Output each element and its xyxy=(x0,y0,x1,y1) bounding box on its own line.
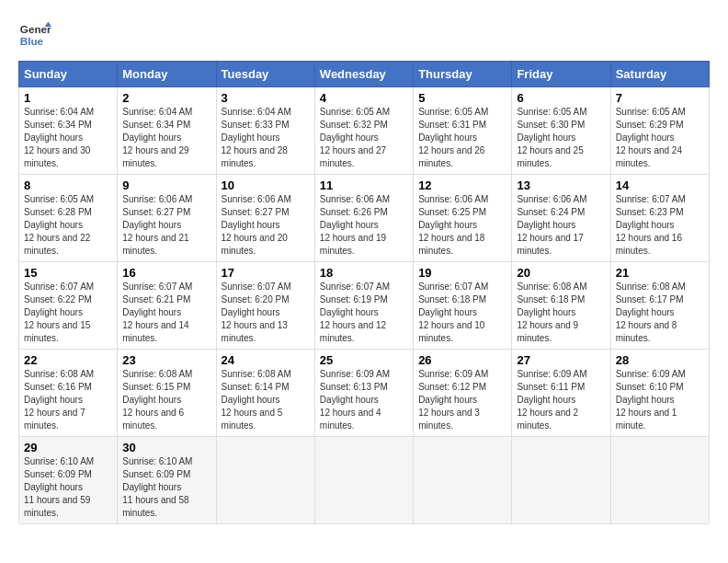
day-info: Sunrise: 6:05 AM Sunset: 6:32 PM Dayligh… xyxy=(320,106,408,170)
day-info: Sunrise: 6:08 AM Sunset: 6:18 PM Dayligh… xyxy=(517,281,605,345)
logo-icon: General Blue xyxy=(18,18,51,52)
calendar-cell: 29 Sunrise: 6:10 AM Sunset: 6:09 PM Dayl… xyxy=(19,437,118,524)
calendar-cell: 15 Sunrise: 6:07 AM Sunset: 6:22 PM Dayl… xyxy=(19,262,118,350)
day-number: 12 xyxy=(418,178,506,192)
calendar-cell: 23 Sunrise: 6:08 AM Sunset: 6:15 PM Dayl… xyxy=(118,350,216,437)
weekday-header-wednesday: Wednesday xyxy=(314,62,413,87)
calendar-cell: 28 Sunrise: 6:09 AM Sunset: 6:10 PM Dayl… xyxy=(610,350,709,437)
day-number: 17 xyxy=(222,266,310,280)
day-number: 16 xyxy=(122,266,210,280)
weekday-header-friday: Friday xyxy=(512,62,610,87)
day-info: Sunrise: 6:08 AM Sunset: 6:16 PM Dayligh… xyxy=(24,368,112,432)
day-number: 1 xyxy=(24,91,112,105)
day-info: Sunrise: 6:08 AM Sunset: 6:15 PM Dayligh… xyxy=(122,368,210,432)
calendar-cell xyxy=(216,437,314,524)
day-number: 26 xyxy=(418,353,506,367)
day-number: 7 xyxy=(616,91,704,105)
week-row-5: 29 Sunrise: 6:10 AM Sunset: 6:09 PM Dayl… xyxy=(19,437,710,524)
weekday-header-saturday: Saturday xyxy=(610,62,709,87)
day-info: Sunrise: 6:06 AM Sunset: 6:25 PM Dayligh… xyxy=(418,193,506,258)
calendar-cell: 14 Sunrise: 6:07 AM Sunset: 6:23 PM Dayl… xyxy=(610,175,709,262)
week-row-4: 22 Sunrise: 6:08 AM Sunset: 6:16 PM Dayl… xyxy=(19,350,710,437)
day-info: Sunrise: 6:10 AM Sunset: 6:09 PM Dayligh… xyxy=(24,455,112,520)
week-row-3: 15 Sunrise: 6:07 AM Sunset: 6:22 PM Dayl… xyxy=(19,262,710,350)
day-number: 24 xyxy=(222,353,310,367)
calendar-cell: 4 Sunrise: 6:05 AM Sunset: 6:32 PM Dayli… xyxy=(314,87,413,175)
day-info: Sunrise: 6:10 AM Sunset: 6:09 PM Dayligh… xyxy=(122,455,210,520)
calendar-cell: 8 Sunrise: 6:05 AM Sunset: 6:28 PM Dayli… xyxy=(19,175,118,262)
day-info: Sunrise: 6:07 AM Sunset: 6:23 PM Dayligh… xyxy=(616,193,704,258)
day-number: 5 xyxy=(418,91,506,105)
day-number: 23 xyxy=(122,353,210,367)
day-number: 3 xyxy=(222,91,310,105)
day-number: 8 xyxy=(24,178,112,192)
day-number: 2 xyxy=(122,91,210,105)
calendar-cell: 12 Sunrise: 6:06 AM Sunset: 6:25 PM Dayl… xyxy=(414,175,512,262)
calendar-cell: 22 Sunrise: 6:08 AM Sunset: 6:16 PM Dayl… xyxy=(19,350,118,437)
day-info: Sunrise: 6:06 AM Sunset: 6:27 PM Dayligh… xyxy=(122,193,210,258)
day-number: 11 xyxy=(320,178,408,192)
day-info: Sunrise: 6:07 AM Sunset: 6:20 PM Dayligh… xyxy=(222,281,310,345)
calendar-cell: 30 Sunrise: 6:10 AM Sunset: 6:09 PM Dayl… xyxy=(118,437,216,524)
day-number: 13 xyxy=(517,178,605,192)
calendar-cell: 2 Sunrise: 6:04 AM Sunset: 6:34 PM Dayli… xyxy=(118,87,216,175)
day-number: 14 xyxy=(616,178,704,192)
day-number: 28 xyxy=(616,353,704,367)
calendar-cell xyxy=(414,437,512,524)
calendar-table: SundayMondayTuesdayWednesdayThursdayFrid… xyxy=(18,61,710,524)
day-info: Sunrise: 6:04 AM Sunset: 6:34 PM Dayligh… xyxy=(24,106,112,170)
calendar-cell: 10 Sunrise: 6:06 AM Sunset: 6:27 PM Dayl… xyxy=(216,175,314,262)
calendar-cell: 1 Sunrise: 6:04 AM Sunset: 6:34 PM Dayli… xyxy=(19,87,118,175)
calendar-cell xyxy=(610,437,709,524)
weekday-header-monday: Monday xyxy=(118,62,216,87)
day-info: Sunrise: 6:07 AM Sunset: 6:18 PM Dayligh… xyxy=(418,281,506,345)
calendar-cell: 24 Sunrise: 6:08 AM Sunset: 6:14 PM Dayl… xyxy=(216,350,314,437)
calendar-cell: 13 Sunrise: 6:06 AM Sunset: 6:24 PM Dayl… xyxy=(512,175,610,262)
day-number: 6 xyxy=(517,91,605,105)
day-info: Sunrise: 6:04 AM Sunset: 6:33 PM Dayligh… xyxy=(222,106,310,170)
day-info: Sunrise: 6:06 AM Sunset: 6:26 PM Dayligh… xyxy=(320,193,408,258)
svg-text:Blue: Blue xyxy=(20,35,44,47)
weekday-header-row: SundayMondayTuesdayWednesdayThursdayFrid… xyxy=(19,62,710,87)
calendar-cell xyxy=(512,437,610,524)
weekday-header-tuesday: Tuesday xyxy=(216,62,314,87)
day-number: 19 xyxy=(418,266,506,280)
day-info: Sunrise: 6:05 AM Sunset: 6:31 PM Dayligh… xyxy=(418,106,506,170)
day-number: 4 xyxy=(320,91,408,105)
calendar-cell: 27 Sunrise: 6:09 AM Sunset: 6:11 PM Dayl… xyxy=(512,350,610,437)
weekday-header-thursday: Thursday xyxy=(414,62,512,87)
day-info: Sunrise: 6:08 AM Sunset: 6:14 PM Dayligh… xyxy=(222,368,310,432)
day-number: 9 xyxy=(122,178,210,192)
day-number: 10 xyxy=(222,178,310,192)
day-info: Sunrise: 6:07 AM Sunset: 6:19 PM Dayligh… xyxy=(320,281,408,345)
day-info: Sunrise: 6:06 AM Sunset: 6:24 PM Dayligh… xyxy=(517,193,605,258)
calendar-cell xyxy=(314,437,413,524)
calendar-cell: 17 Sunrise: 6:07 AM Sunset: 6:20 PM Dayl… xyxy=(216,262,314,350)
calendar-cell: 20 Sunrise: 6:08 AM Sunset: 6:18 PM Dayl… xyxy=(512,262,610,350)
page-container: General Blue SundayMondayTuesdayWednesda… xyxy=(18,18,710,524)
calendar-cell: 6 Sunrise: 6:05 AM Sunset: 6:30 PM Dayli… xyxy=(512,87,610,175)
day-info: Sunrise: 6:09 AM Sunset: 6:13 PM Dayligh… xyxy=(320,368,408,432)
day-number: 29 xyxy=(24,441,112,454)
day-info: Sunrise: 6:04 AM Sunset: 6:34 PM Dayligh… xyxy=(122,106,210,170)
day-info: Sunrise: 6:09 AM Sunset: 6:12 PM Dayligh… xyxy=(418,368,506,432)
weekday-header-sunday: Sunday xyxy=(19,62,118,87)
day-number: 30 xyxy=(122,441,210,454)
day-info: Sunrise: 6:05 AM Sunset: 6:29 PM Dayligh… xyxy=(616,106,704,170)
day-number: 25 xyxy=(320,353,408,367)
calendar-cell: 16 Sunrise: 6:07 AM Sunset: 6:21 PM Dayl… xyxy=(118,262,216,350)
day-info: Sunrise: 6:05 AM Sunset: 6:28 PM Dayligh… xyxy=(24,193,112,258)
day-number: 21 xyxy=(616,266,704,280)
day-info: Sunrise: 6:09 AM Sunset: 6:11 PM Dayligh… xyxy=(517,368,605,432)
calendar-cell: 18 Sunrise: 6:07 AM Sunset: 6:19 PM Dayl… xyxy=(314,262,413,350)
day-number: 27 xyxy=(517,353,605,367)
day-info: Sunrise: 6:09 AM Sunset: 6:10 PM Dayligh… xyxy=(616,368,704,432)
logo: General Blue xyxy=(18,18,51,52)
calendar-cell: 26 Sunrise: 6:09 AM Sunset: 6:12 PM Dayl… xyxy=(414,350,512,437)
day-info: Sunrise: 6:07 AM Sunset: 6:22 PM Dayligh… xyxy=(24,281,112,345)
calendar-cell: 3 Sunrise: 6:04 AM Sunset: 6:33 PM Dayli… xyxy=(216,87,314,175)
day-number: 20 xyxy=(517,266,605,280)
calendar-cell: 19 Sunrise: 6:07 AM Sunset: 6:18 PM Dayl… xyxy=(414,262,512,350)
header: General Blue xyxy=(18,18,710,52)
week-row-2: 8 Sunrise: 6:05 AM Sunset: 6:28 PM Dayli… xyxy=(19,175,710,262)
